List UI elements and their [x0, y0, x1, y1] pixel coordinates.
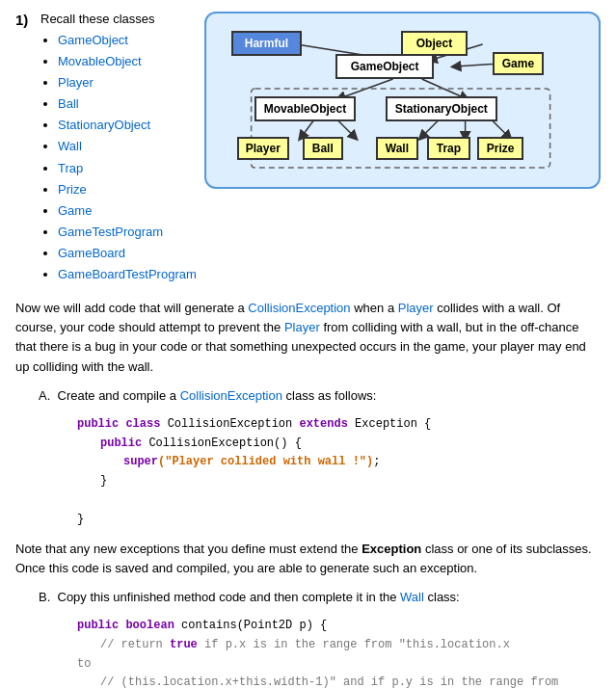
class-link-gametestprogram[interactable]: GameTestProgram [58, 225, 163, 239]
player-ref-2: Player [284, 320, 320, 334]
class-link-prize[interactable]: Prize [58, 182, 87, 197]
node-object: Object [401, 31, 468, 56]
code-b-line-4: // (this.location.x+this.width-1)" and i… [100, 674, 601, 688]
code-b-line-3: to [77, 655, 601, 675]
list-item: Prize [58, 179, 197, 200]
list-item: Player [58, 72, 197, 93]
class-link-ball[interactable]: Ball [58, 96, 79, 111]
class-link-stationaryobject[interactable]: StationaryObject [58, 118, 150, 132]
code-line-2: public CollisionException() { [100, 435, 601, 454]
list-item: GameBoardTestProgram [58, 264, 197, 285]
kw-public-2: public [100, 437, 148, 450]
node-gameobject: GameObject [335, 54, 435, 79]
section-number: 1) [15, 12, 33, 28]
list-item: Wall [58, 136, 197, 157]
svg-line-3 [339, 79, 392, 98]
node-harmful: Harmful [231, 31, 302, 56]
class-link-gameboardtestprogram[interactable]: GameBoardTestProgram [58, 267, 197, 281]
list-item: GameBoard [58, 243, 197, 264]
diagram-inner: Harmful Object Game GameObject MovableOb… [220, 23, 585, 177]
node-movableobject: MovableObject [254, 96, 356, 121]
code-block-b: public boolean contains(Point2D p) { // … [77, 617, 601, 688]
list-item: GameTestProgram [58, 222, 197, 243]
code-line-5: } [77, 511, 601, 530]
svg-line-4 [421, 79, 465, 98]
note-paragraph: Note that any new exceptions that you de… [15, 540, 601, 578]
kw-public-b1: public [77, 619, 125, 632]
class-link-movableobject[interactable]: MovableObject [58, 54, 142, 68]
kw-boolean: boolean [125, 619, 181, 632]
class-link-gameobject[interactable]: GameObject [58, 33, 128, 47]
player-ref-1: Player [398, 301, 434, 315]
kw-super: super [123, 455, 158, 468]
recall-title: Recall these classes [40, 12, 197, 26]
code-b-line-1: public boolean contains(Point2D p) { [77, 617, 601, 636]
left-column: Recall these classes GameObject MovableO… [40, 12, 197, 285]
list-item: Ball [58, 93, 197, 115]
class-diagram: Harmful Object Game GameObject MovableOb… [204, 12, 601, 189]
exception-bold: Exception [362, 542, 421, 556]
code-b-line-2: // return true if p.x is in the range fr… [100, 636, 601, 655]
node-ball: Ball [303, 137, 343, 160]
list-item: MovableObject [58, 51, 197, 72]
step-a-intro: A. Create and compile a CollisionExcepti… [39, 386, 601, 406]
class-link-game[interactable]: Game [58, 203, 92, 218]
section-header: 1) Recall these classes GameObject Movab… [15, 12, 601, 285]
code-line-3: super("Player collided with wall !"); [123, 453, 601, 472]
list-item: StationaryObject [58, 115, 197, 136]
node-wall: Wall [376, 137, 418, 160]
class-link-trap[interactable]: Trap [58, 161, 83, 175]
list-item: GameObject [58, 30, 197, 51]
class-link-player[interactable]: Player [58, 75, 94, 90]
kw-class: class [125, 417, 167, 431]
node-player: Player [237, 137, 289, 160]
class-link-gameboard[interactable]: GameBoard [58, 246, 125, 260]
step-b-intro: B. Copy this unfinished method code and … [39, 588, 601, 607]
class-list: GameObject MovableObject Player Ball Sta… [40, 30, 197, 285]
node-prize: Prize [477, 137, 524, 160]
code-line-1: public class CollisionException extends … [77, 415, 601, 435]
str-val-1: ("Player collided with wall !") [158, 455, 373, 468]
kw-public: public [77, 417, 125, 431]
main-content: Now we will add code that will generate … [15, 299, 601, 688]
kw-extends: extends [299, 417, 355, 431]
list-item: Game [58, 200, 197, 222]
code-block-a: public class CollisionException extends … [77, 415, 601, 530]
step-b: B. Copy this unfinished method code and … [39, 588, 601, 688]
node-trap: Trap [427, 137, 470, 160]
class-link-wall[interactable]: Wall [58, 139, 82, 153]
list-item: Trap [58, 158, 197, 179]
code-line-4: } [100, 472, 601, 491]
wall-ref: Wall [400, 590, 424, 604]
node-game: Game [493, 52, 544, 75]
collision-exception-ref-1: CollisionException [248, 301, 350, 315]
collision-exception-ref-2: CollisionException [180, 388, 282, 403]
paragraph-1: Now we will add code that will generate … [15, 299, 601, 377]
step-a: A. Create and compile a CollisionExcepti… [39, 386, 601, 530]
node-stationaryobject: StationaryObject [386, 96, 497, 121]
